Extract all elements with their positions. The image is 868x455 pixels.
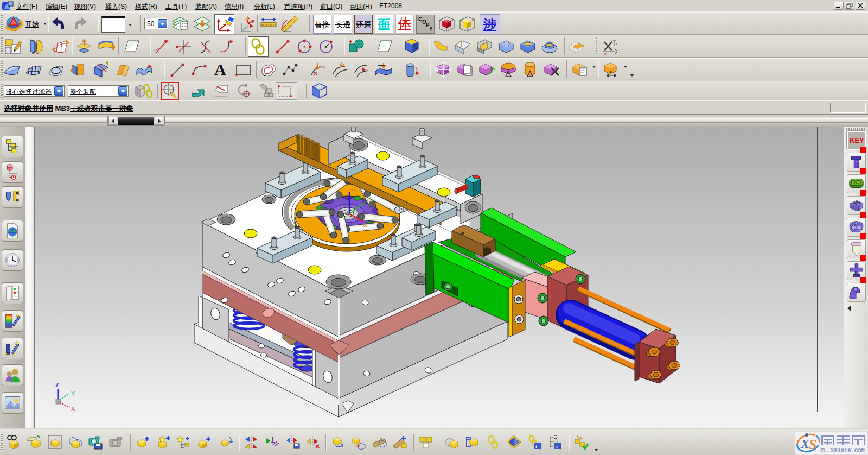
svg-text:i: i	[535, 444, 537, 450]
svg-text:x: x	[604, 52, 607, 56]
svg-text:A: A	[214, 60, 226, 78]
svg-text:x: x	[615, 41, 617, 46]
svg-text:S: S	[809, 437, 816, 452]
svg-text:Y: Y	[429, 26, 433, 32]
svg-text:Y: Y	[71, 390, 75, 397]
svg-text:X: X	[71, 406, 75, 412]
svg-text:XC: XC	[362, 224, 368, 228]
svg-text:ZC: ZC	[351, 189, 356, 193]
svg-text:Z: Z	[55, 382, 59, 388]
svg-text:x: x	[609, 69, 612, 74]
svg-text:ZL.XS1616.COM: ZL.XS1616.COM	[820, 447, 865, 454]
svg-text:YC: YC	[367, 199, 372, 203]
svg-text:i: i	[556, 444, 558, 450]
